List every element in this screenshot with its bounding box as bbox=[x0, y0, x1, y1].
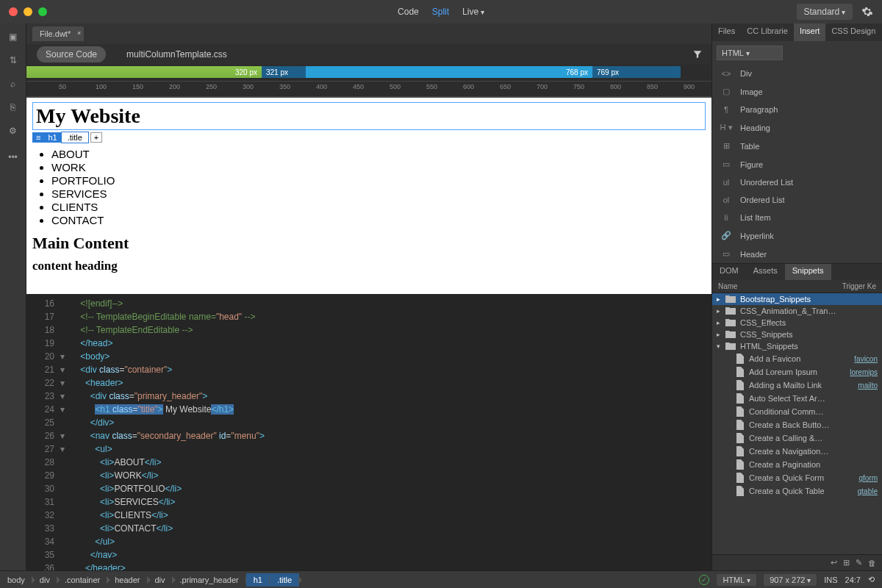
code-line[interactable]: 26▾ <nav class="secondary_header" id="me… bbox=[26, 429, 711, 442]
snippet-item[interactable]: Adding a Mailto Linkmailto bbox=[712, 379, 882, 392]
insert-header[interactable]: ▭Header bbox=[712, 245, 882, 263]
col-trigger[interactable]: Trigger Ke bbox=[842, 282, 876, 290]
inspect-icon[interactable]: ⌕ bbox=[6, 76, 21, 91]
insert-figure[interactable]: ▭Figure bbox=[712, 155, 882, 173]
code-line[interactable]: 18 <!-- TemplateEndEditable --> bbox=[26, 323, 711, 337]
code-line[interactable]: 29 <li>WORK</li> bbox=[26, 469, 711, 482]
status-ok-icon[interactable]: ✓ bbox=[699, 575, 709, 585]
bottom-tab-assets[interactable]: Assets bbox=[746, 264, 785, 280]
insert-table[interactable]: ⊞Table bbox=[712, 137, 882, 155]
code-editor[interactable]: 16 <![endif]-->17 <!-- TemplateBeginEdit… bbox=[26, 294, 711, 570]
breadcrumb-item[interactable]: body bbox=[0, 573, 32, 587]
insert-list-item[interactable]: liList Item bbox=[712, 209, 882, 226]
snippet-item[interactable]: Auto Select Text Ar… bbox=[712, 392, 882, 405]
snippet-item[interactable]: Conditional Comm… bbox=[712, 405, 882, 418]
snippet-folder[interactable]: ▾HTML_Snippets bbox=[712, 340, 882, 352]
code-line[interactable]: 32 <li>CLIENTS</li> bbox=[26, 509, 711, 522]
code-line[interactable]: 30 <li>PORTFOLIO</li> bbox=[26, 482, 711, 495]
media-segment[interactable]: 769 px bbox=[592, 66, 681, 78]
related-css-tab[interactable]: multiColumnTemplate.css bbox=[118, 46, 236, 62]
code-line[interactable]: 25 </div> bbox=[26, 416, 711, 429]
sync-settings-icon[interactable]: ⟲ bbox=[868, 575, 875, 584]
code-line[interactable]: 16 <![endif]--> bbox=[26, 297, 711, 310]
insert-ordered-list[interactable]: olOrdered List bbox=[712, 191, 882, 209]
insert-paragraph[interactable]: ¶Paragraph bbox=[712, 101, 882, 118]
view-code[interactable]: Code bbox=[398, 7, 419, 17]
code-line[interactable]: 24▾ <h1 class="title"> My Website</h1> bbox=[26, 403, 711, 416]
breadcrumb-item[interactable]: header bbox=[107, 573, 147, 587]
related-files-icon[interactable]: ⎘ bbox=[6, 100, 21, 115]
panel-tab-insert[interactable]: Insert bbox=[794, 24, 826, 41]
delete-snippet-icon[interactable]: 🗑 bbox=[868, 559, 876, 567]
insert-hyperlink[interactable]: 🔗Hyperlink bbox=[712, 226, 882, 245]
breadcrumb-item[interactable]: h1 bbox=[246, 573, 270, 587]
preview-h1-title[interactable]: My Website bbox=[32, 102, 706, 130]
snippet-folder[interactable]: ▸CSS_Effects bbox=[712, 317, 882, 329]
col-name[interactable]: Name bbox=[718, 282, 842, 290]
doctype-select[interactable]: HTML bbox=[717, 574, 756, 586]
snippet-item[interactable]: Add Loreum Ipsumloremips bbox=[712, 365, 882, 379]
breadcrumb-item[interactable]: .primary_header bbox=[173, 573, 246, 587]
snippet-folder[interactable]: ▸CSS_Snippets bbox=[712, 329, 882, 340]
view-live[interactable]: Live bbox=[462, 7, 484, 17]
breadcrumb-item[interactable]: .container bbox=[57, 573, 107, 587]
live-preview-pane[interactable]: My Website ≡ h1 .title + ABOUTWORKPORTFO… bbox=[26, 97, 711, 294]
workspace-switcher[interactable]: Standard bbox=[797, 4, 853, 20]
customize-icon[interactable]: ⚙ bbox=[6, 123, 21, 138]
bottom-tab-dom[interactable]: DOM bbox=[712, 264, 746, 280]
code-line[interactable]: 34 </ul> bbox=[26, 535, 711, 548]
insert-image[interactable]: ▢Image bbox=[712, 82, 882, 101]
breadcrumb-item[interactable]: .title bbox=[270, 573, 299, 587]
view-split[interactable]: Split bbox=[432, 7, 449, 17]
snippet-item[interactable]: Create a Pagination bbox=[712, 458, 882, 471]
code-line[interactable]: 35 </nav> bbox=[26, 548, 711, 562]
class-badge[interactable]: .title bbox=[61, 132, 89, 143]
add-class-button[interactable]: + bbox=[90, 132, 102, 143]
panel-tab-css-design[interactable]: CSS Design bbox=[825, 24, 881, 41]
more-tools-icon[interactable]: ••• bbox=[6, 150, 21, 165]
media-segment[interactable]: 321 px bbox=[262, 66, 306, 78]
close-window-button[interactable] bbox=[9, 7, 18, 16]
filter-icon[interactable] bbox=[692, 49, 703, 60]
new-snippet-icon[interactable]: ✎ bbox=[856, 558, 862, 567]
insert-mode[interactable]: INS bbox=[824, 576, 837, 584]
hamburger-icon[interactable]: ≡ bbox=[32, 132, 44, 143]
settings-gear-icon[interactable] bbox=[861, 6, 873, 18]
code-line[interactable]: 17 <!-- TemplateBeginEditable name="head… bbox=[26, 310, 711, 323]
code-line[interactable]: 33 <li>CONTACT</li> bbox=[26, 522, 711, 535]
split-vertical-icon[interactable]: ⇅ bbox=[6, 53, 21, 68]
snippet-item[interactable]: Create a Quick Formqform bbox=[712, 471, 882, 484]
tag-badge[interactable]: h1 bbox=[44, 132, 60, 143]
source-code-tab[interactable]: Source Code bbox=[37, 46, 106, 62]
close-tab-icon[interactable]: × bbox=[77, 29, 81, 37]
new-folder-icon[interactable]: ⊞ bbox=[843, 558, 850, 567]
file-tab[interactable]: File.dwt* × bbox=[32, 26, 84, 41]
insert-unordered-list[interactable]: ulUnordered List bbox=[712, 173, 882, 191]
insert-snippet-icon[interactable]: ↩ bbox=[831, 558, 837, 567]
code-line[interactable]: 28 <li>ABOUT</li> bbox=[26, 456, 711, 469]
snippet-folder[interactable]: ▸Bootstrap_Snippets bbox=[712, 293, 882, 305]
code-line[interactable]: 27▾ <ul> bbox=[26, 442, 711, 456]
code-line[interactable]: 22▾ <header> bbox=[26, 376, 711, 390]
code-line[interactable]: 20▾ <body> bbox=[26, 350, 711, 363]
media-segment[interactable]: 768 px bbox=[306, 66, 592, 78]
code-line[interactable]: 21▾ <div class="container"> bbox=[26, 363, 711, 376]
code-line[interactable]: 31 <li>SERVICES</li> bbox=[26, 495, 711, 509]
insert-category-select[interactable]: HTML bbox=[717, 46, 783, 60]
snippet-item[interactable]: Add a Faviconfavicon bbox=[712, 352, 882, 365]
maximize-window-button[interactable] bbox=[38, 7, 47, 16]
media-segment[interactable]: 320 px bbox=[26, 66, 262, 78]
bottom-tab-snippets[interactable]: Snippets bbox=[785, 264, 831, 280]
file-manage-icon[interactable]: ▣ bbox=[6, 29, 21, 44]
snippet-item[interactable]: Create a Quick Tableqtable bbox=[712, 484, 882, 498]
breadcrumb-item[interactable]: div bbox=[148, 573, 173, 587]
snippet-item[interactable]: Create a Back Butto… bbox=[712, 418, 882, 431]
snippets-tree[interactable]: ▸Bootstrap_Snippets▸CSS_Animation_&_Tran… bbox=[712, 293, 882, 554]
breadcrumb-item[interactable]: div bbox=[32, 573, 57, 587]
insert-heading[interactable]: H ▾Heading bbox=[712, 118, 882, 137]
viewport-size-select[interactable]: 907 x 272 bbox=[764, 574, 817, 586]
panel-tab-cc-librarie[interactable]: CC Librarie bbox=[741, 24, 794, 41]
minimize-window-button[interactable] bbox=[24, 7, 32, 16]
media-query-bar[interactable]: 320 px321 px768 px769 px bbox=[26, 65, 711, 81]
code-line[interactable]: 23▾ <div class="primary_header"> bbox=[26, 390, 711, 403]
